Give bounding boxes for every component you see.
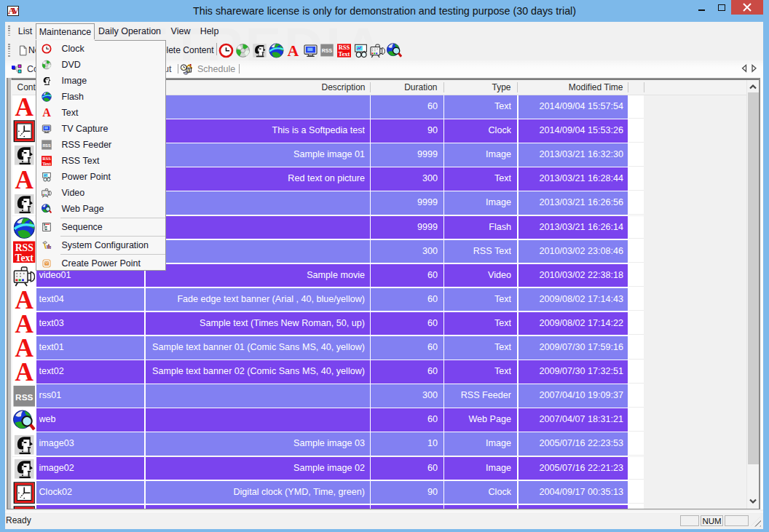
table-row[interactable]: rss01300RSS Feeder2007/04/10 19:09:37 — [12, 384, 644, 408]
table-row[interactable]: text04Fade edge text banner (Arial , 40,… — [12, 288, 644, 312]
table-row[interactable]: text02Sample text banner 02 (Comic Sans … — [12, 360, 644, 384]
menu-separator — [60, 254, 165, 255]
cell-name — [39, 505, 141, 509]
menu-item-dvd[interactable]: DVD — [37, 57, 165, 73]
menu-list[interactable]: List — [13, 23, 37, 39]
menu-item-tv-capture[interactable]: TV Capture — [37, 121, 165, 137]
menu-item-flash[interactable]: Flash — [37, 89, 165, 105]
menu-item-sequence[interactable]: Sequence — [37, 219, 165, 235]
rss-icon — [320, 44, 334, 57]
cell-separator — [144, 432, 146, 456]
menu-item-label: DVD — [62, 60, 81, 70]
menu-item-power-point[interactable]: Power Point — [37, 169, 165, 185]
menu-item-label: Create Power Point — [62, 258, 141, 269]
menubar-grip[interactable] — [8, 25, 10, 37]
toolbar-image-button[interactable] — [251, 42, 267, 58]
icon-cell — [12, 167, 37, 191]
menu-item-label: RSS Feeder — [62, 140, 112, 150]
cell-type — [443, 505, 511, 509]
empty-column — [628, 408, 644, 432]
menu-maintenance[interactable]: Maintenance — [36, 23, 95, 39]
toolbar-flash-button[interactable] — [268, 42, 284, 58]
cell-type: Clock — [443, 119, 511, 143]
schedule-icon[interactable] — [181, 63, 192, 75]
column-header-type[interactable]: Type — [446, 80, 511, 95]
column-header-duration[interactable]: Duration — [372, 80, 438, 95]
cell-separator — [517, 336, 518, 360]
toolbar-clock-ring-button[interactable] — [218, 42, 234, 58]
toolbar-tv-button[interactable] — [302, 42, 318, 58]
menu-view[interactable]: View — [167, 23, 194, 39]
toolbar-video-button[interactable] — [369, 42, 385, 58]
cell-separator — [517, 119, 518, 143]
table-row[interactable]: image03Sample image 0310Image2005/07/16 … — [12, 432, 644, 456]
view-margin — [760, 78, 763, 509]
cell-separator — [144, 457, 146, 480]
cell-duration: 9999 — [371, 143, 438, 167]
table-row[interactable]: text03Sample text (Times New Roman, 50, … — [12, 312, 644, 336]
close-button[interactable] — [731, 0, 763, 15]
cell-separator — [370, 288, 371, 311]
cell-separator — [443, 167, 445, 191]
cell-type: Image — [443, 191, 511, 215]
table-row[interactable]: Clock02Digital clock (YMD, Time, green)9… — [12, 481, 644, 505]
column-header-description[interactable]: Description — [147, 80, 366, 95]
cell-separator — [443, 119, 445, 143]
icon-cell — [12, 143, 37, 167]
scroll-up-icon[interactable] — [749, 84, 757, 90]
menu-item-label: Text — [62, 108, 79, 118]
cell-separator — [443, 408, 445, 432]
empty-column — [628, 216, 644, 239]
menu-item-rss-feeder[interactable]: RSS Feeder — [37, 137, 165, 153]
treetab-icon[interactable] — [11, 63, 23, 75]
scroll-down-icon[interactable] — [749, 499, 757, 504]
menu-item-system-configuration[interactable]: System Configuration — [37, 237, 165, 253]
empty-column — [628, 312, 644, 336]
menu-item-image[interactable]: Image — [37, 73, 165, 89]
rsstext-icon — [337, 44, 351, 57]
tab-schedule[interactable]: Schedule — [197, 61, 235, 77]
toolbar-rss-button[interactable] — [319, 42, 335, 58]
empty-column — [628, 432, 644, 456]
icon-cell — [12, 505, 37, 509]
table-row[interactable]: text01Sample text banner 01 (Comic Sans … — [12, 336, 644, 360]
clock-ring-icon — [42, 44, 52, 54]
text-icon — [13, 289, 36, 311]
cell-separator — [517, 191, 518, 215]
cell-type: Text — [443, 336, 511, 360]
menu-item-label: Sequence — [62, 222, 103, 232]
column-header-modified-time[interactable]: Modified Time — [520, 80, 623, 95]
scrollbar-thumb[interactable] — [748, 92, 759, 464]
cell-separator — [144, 312, 146, 336]
cell-separator — [144, 408, 146, 432]
menu-item-web-page[interactable]: Web Page — [37, 201, 165, 217]
maximize-button[interactable] — [711, 0, 730, 15]
toolbar-web-button[interactable] — [386, 42, 402, 58]
toolbar-ppt-button[interactable] — [352, 42, 368, 58]
toolbar-rsstext-button[interactable] — [336, 42, 352, 58]
text-icon — [13, 337, 36, 360]
cell-description: Sample image 03 — [146, 432, 366, 456]
cell-separator — [443, 336, 445, 360]
table-row[interactable]: image02Sample image 0260Image2005/07/16 … — [12, 457, 644, 481]
tab-scroll-right-icon[interactable] — [750, 64, 757, 73]
cell-modified: 2014/09/04 15:53:26 — [518, 119, 623, 143]
cell-duration: 300 — [371, 384, 438, 408]
tab-separator — [178, 64, 178, 74]
vertical-scrollbar[interactable] — [746, 80, 759, 509]
resize-grip[interactable] — [751, 517, 761, 527]
table-row[interactable]: web60Web Page2007/04/07 18:31:21 — [12, 408, 644, 432]
table-row[interactable] — [12, 505, 644, 509]
tab-scroll-left-icon[interactable] — [741, 64, 749, 73]
menu-item-text[interactable]: Text — [37, 105, 165, 121]
menu-item-create-power-point[interactable]: Create Power Point — [37, 255, 165, 271]
menu-item-video[interactable]: Video — [37, 185, 165, 201]
menu-daily-operation[interactable]: Daily Operation — [95, 23, 165, 39]
cell-duration: 60 — [371, 457, 438, 480]
menu-item-clock[interactable]: Clock — [37, 41, 165, 57]
toolbar-dvd-button[interactable] — [234, 42, 251, 58]
toolbar-text-button[interactable] — [285, 42, 301, 58]
menu-item-rss-text[interactable]: RSS Text — [37, 153, 165, 169]
menu-help[interactable]: Help — [197, 23, 222, 39]
image-icon — [13, 193, 36, 215]
